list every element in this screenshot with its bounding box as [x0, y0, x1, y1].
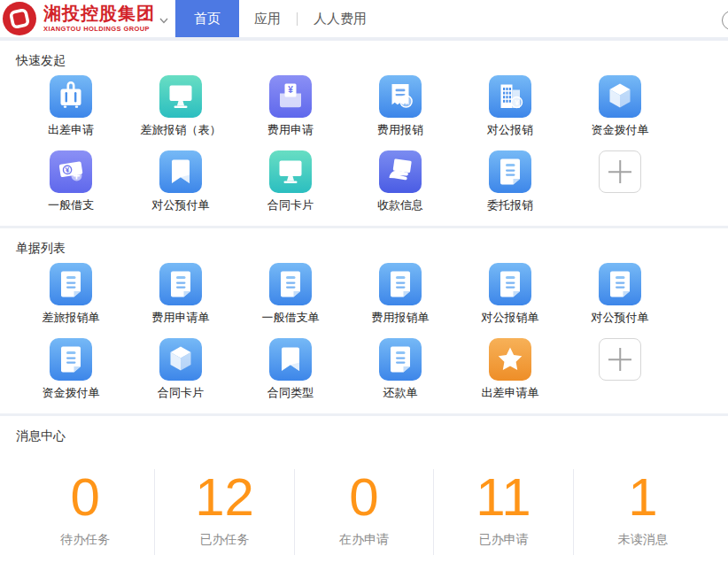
cube-icon — [599, 75, 641, 118]
app-item[interactable]: 合同卡片 — [126, 338, 236, 399]
bookmark-icon — [159, 150, 202, 193]
plus-icon[interactable] — [599, 338, 641, 381]
tab-home[interactable]: 首页 — [175, 0, 239, 37]
stats-row: 0待办任务12已办任务0在办申请11已办申请1未读消息 — [16, 469, 712, 555]
add-app-cell — [565, 338, 675, 399]
stat-label: 未读消息 — [574, 532, 712, 546]
app-item[interactable]: 出差申请 — [16, 75, 126, 136]
chevron-down-icon[interactable] — [159, 18, 168, 24]
app-item[interactable]: 资金拨付单 — [16, 338, 126, 399]
svg-text:¥: ¥ — [288, 85, 293, 95]
app-item-label: 一般借支单 — [262, 311, 320, 324]
section-title: 消息中心 — [16, 429, 712, 443]
tab-apps[interactable]: 应用 — [239, 0, 296, 37]
stat-label: 已办申请 — [434, 532, 572, 546]
star-icon — [489, 338, 531, 381]
app-item[interactable]: 一般借支单 — [236, 263, 345, 324]
app-item-label: 差旅报销单 — [43, 311, 100, 324]
brand-subtitle: XIANGTOU HOLDINGS GROUP — [43, 25, 155, 33]
app-item-label: 对公预付单 — [592, 311, 649, 324]
stat-value: 0 — [295, 471, 433, 524]
app-item-label: 费用申请 — [267, 123, 314, 136]
add-app-cell — [565, 150, 675, 212]
app-item[interactable]: 费用报销单 — [345, 263, 455, 324]
stat-value: 12 — [155, 471, 293, 524]
app-item[interactable]: 收款信息 — [345, 150, 455, 212]
app-item-label: 对公预付单 — [152, 198, 210, 212]
document-icon — [489, 150, 531, 193]
app-item-label: 费用报销单 — [372, 311, 430, 324]
document-icon — [379, 338, 422, 381]
nav-tabs: 首页 应用 人人费用 — [175, 0, 382, 37]
document-icon — [599, 263, 641, 305]
app-item[interactable]: ¥ 费用申请 — [236, 75, 345, 136]
building-yen-icon: ¥ — [489, 75, 531, 118]
app-item-label: 合同卡片 — [158, 386, 204, 399]
document-icon — [489, 263, 531, 305]
app-item[interactable]: 对公报销单 — [455, 263, 565, 324]
svg-text:¥: ¥ — [404, 97, 408, 106]
app-item-label: 合同卡片 — [267, 198, 314, 212]
app-item[interactable]: ¥费用报销 — [345, 75, 455, 136]
avatar-icon[interactable] — [722, 11, 728, 30]
app-item-label: 差旅报销（表） — [141, 123, 221, 136]
stat-item[interactable]: 0在办申请 — [295, 469, 434, 555]
app-item-label: 费用报销 — [377, 123, 423, 136]
quick-launch-section: 快速发起 出差申请 差旅报销（表） ¥ 费用申请 ¥费用报销 ¥对公报销 资金拨… — [0, 41, 728, 226]
app-item[interactable]: 差旅报销单 — [16, 263, 126, 324]
app-item[interactable]: ¥ 一般借支 — [16, 150, 126, 212]
cube-icon — [159, 338, 202, 381]
stat-item[interactable]: 11已办申请 — [434, 469, 573, 555]
stat-value: 11 — [434, 471, 572, 524]
monitor-icon — [269, 150, 312, 193]
message-center-section: 消息中心 0待办任务12已办任务0在办申请11已办申请1未读消息 — [0, 416, 728, 555]
app-item-label: 费用申请单 — [152, 311, 210, 324]
app-item[interactable]: 对公预付单 — [126, 150, 236, 212]
app-item[interactable]: 资金拨付单 — [565, 75, 675, 136]
app-item-label: 对公报销单 — [482, 311, 539, 324]
document-icon — [50, 338, 92, 381]
app-item[interactable]: 差旅报销（表） — [126, 75, 236, 136]
app-item[interactable]: 合同卡片 — [236, 150, 345, 212]
banknote-plus-icon: ¥ — [50, 150, 92, 193]
company-logo-icon — [2, 1, 37, 36]
app-item-label: 一般借支 — [48, 198, 94, 212]
quick-launch-grid: 出差申请 差旅报销（表） ¥ 费用申请 ¥费用报销 ¥对公报销 资金拨付单 ¥ … — [16, 75, 712, 226]
luggage-icon — [50, 75, 92, 118]
receive-payment-icon — [379, 150, 422, 193]
section-title: 单据列表 — [16, 242, 712, 255]
stat-label: 已办任务 — [155, 532, 293, 546]
app-item[interactable]: 委托报销 — [455, 150, 565, 212]
app-item-label: 收款信息 — [377, 198, 423, 212]
app-item-label: 出差申请单 — [482, 386, 539, 399]
top-navbar: 湘投控股集团 XIANGTOU HOLDINGS GROUP 首页 应用 人人费… — [0, 0, 728, 41]
app-item[interactable]: 出差申请单 — [455, 338, 565, 399]
plus-icon[interactable] — [599, 150, 641, 193]
stat-item[interactable]: 12已办任务 — [155, 469, 294, 555]
app-item-label: 出差申请 — [48, 123, 94, 136]
document-icon — [50, 263, 92, 305]
document-list-section: 单据列表 差旅报销单 费用申请单 一般借支单 费用报销单 对公报销单 对公预付单… — [0, 228, 728, 413]
app-item[interactable]: 对公预付单 — [565, 263, 675, 324]
brand-name: 湘投控股集团 — [43, 4, 155, 23]
svg-text:¥: ¥ — [515, 98, 519, 107]
app-item-label: 资金拨付单 — [592, 123, 649, 136]
app-item[interactable]: ¥对公报销 — [455, 75, 565, 136]
stat-item[interactable]: 1未读消息 — [574, 469, 712, 555]
app-item-label: 资金拨付单 — [43, 386, 100, 399]
app-item[interactable]: 合同类型 — [236, 338, 345, 399]
document-icon — [269, 263, 312, 305]
brand[interactable]: 湘投控股集团 XIANGTOU HOLDINGS GROUP — [43, 4, 155, 33]
document-list-grid: 差旅报销单 费用申请单 一般借支单 费用报销单 对公报销单 对公预付单 资金拨付… — [16, 263, 712, 413]
app-item-label: 合同类型 — [267, 386, 314, 399]
stat-item[interactable]: 0待办任务 — [16, 469, 155, 555]
app-item-label: 还款单 — [383, 386, 418, 399]
app-item[interactable]: 费用申请单 — [126, 263, 236, 324]
tab-separator — [297, 12, 298, 26]
monitor-icon — [159, 75, 202, 118]
tab-renren-expense[interactable]: 人人费用 — [298, 0, 382, 37]
document-icon — [159, 263, 202, 305]
app-item-label: 委托报销 — [487, 198, 533, 212]
app-item[interactable]: 还款单 — [345, 338, 455, 399]
receipt-yen-icon: ¥ — [379, 75, 422, 118]
